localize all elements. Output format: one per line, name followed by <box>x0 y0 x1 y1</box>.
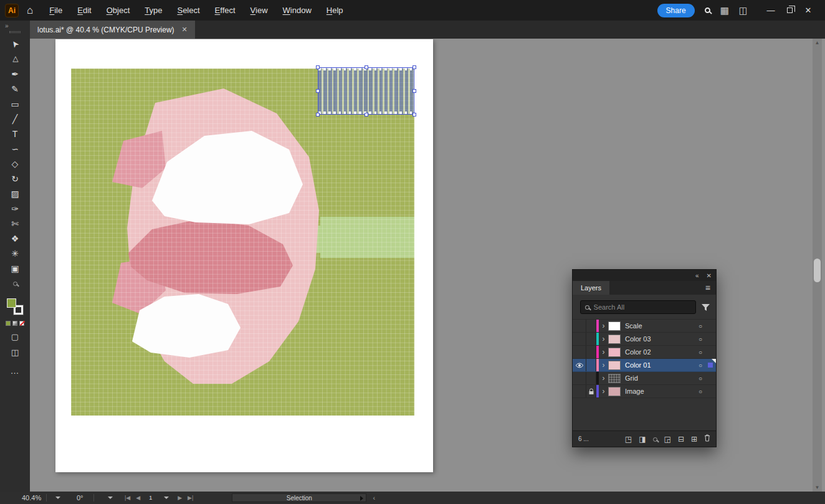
fill-swatch[interactable] <box>7 298 16 308</box>
layer-row-scale[interactable]: › Scale ○ <box>573 320 716 333</box>
direct-selection-tool[interactable]: ▷ <box>4 52 26 67</box>
visibility-toggle[interactable] <box>573 333 586 345</box>
layers-search-field[interactable] <box>580 300 696 314</box>
rotate-tool[interactable]: ↻ <box>4 171 26 186</box>
chevron-right-icon[interactable]: › <box>599 374 608 383</box>
collect-for-export-icon[interactable]: ◳ <box>625 435 632 444</box>
target-circle-icon[interactable]: ○ <box>694 388 707 395</box>
layer-thumbnail[interactable] <box>608 387 621 396</box>
blend-tool[interactable]: ❖ <box>4 231 26 246</box>
line-segment-tool[interactable]: ╱ <box>4 112 26 126</box>
target-circle-icon[interactable]: ○ <box>694 336 707 343</box>
chevron-right-icon[interactable]: › <box>599 321 608 330</box>
close-button[interactable]: ✕ <box>799 0 818 21</box>
target-circle-icon[interactable]: ○ <box>694 349 707 356</box>
menu-select[interactable]: Select <box>169 0 207 21</box>
zoom-tool[interactable] <box>4 276 26 291</box>
gradient-mode-icon[interactable] <box>12 321 17 326</box>
lock-toggle[interactable] <box>586 372 596 384</box>
lock-toggle[interactable] <box>586 333 596 345</box>
toolbar-grip[interactable] <box>9 31 21 33</box>
layer-row-color-01[interactable]: › Color 01 ○ <box>573 359 716 372</box>
menu-edit[interactable]: Edit <box>70 0 98 21</box>
color-mode-icon[interactable] <box>6 321 11 326</box>
layer-row-image[interactable]: › Image ○ <box>573 385 716 398</box>
rotation-select[interactable]: 0° <box>74 493 116 503</box>
zoom-level-select[interactable]: 40.4% <box>19 493 64 503</box>
screen-mode-icon[interactable]: ◫ <box>11 348 19 357</box>
status-back-chevron[interactable]: ‹ <box>373 494 375 502</box>
menu-help[interactable]: Help <box>319 0 351 21</box>
first-artboard-button[interactable]: |◀ <box>125 495 130 501</box>
toolbar-more-icon[interactable]: … <box>11 366 20 376</box>
menu-view[interactable]: View <box>243 0 275 21</box>
vertical-scrollbar-thumb[interactable] <box>814 259 821 282</box>
chevron-right-icon[interactable]: › <box>599 361 608 369</box>
none-mode-icon[interactable] <box>19 321 24 326</box>
panel-menu-icon[interactable]: ≡ <box>705 281 710 295</box>
menu-file[interactable]: File <box>42 0 70 21</box>
artboard-number-select[interactable]: 1 <box>146 493 172 503</box>
search-icon[interactable] <box>705 7 710 13</box>
new-layer-icon[interactable]: ⊞ <box>691 435 697 444</box>
selection-handle-se[interactable] <box>412 113 416 116</box>
selection-handle-s[interactable] <box>365 113 368 116</box>
visibility-toggle[interactable] <box>573 320 586 332</box>
share-button[interactable]: Share <box>657 4 695 17</box>
filter-icon[interactable] <box>702 304 710 311</box>
selection-handle-w[interactable] <box>316 89 320 93</box>
layer-thumbnail[interactable] <box>608 374 621 383</box>
panel-collapse-icon[interactable]: « <box>695 272 699 279</box>
tab-close-icon[interactable]: ✕ <box>182 26 188 34</box>
selection-handle-n[interactable] <box>365 65 368 69</box>
pen-tool[interactable]: ✒ <box>4 67 26 82</box>
layer-name[interactable]: Color 02 <box>625 348 651 356</box>
menu-window[interactable]: Window <box>275 0 319 21</box>
layer-row-grid[interactable]: › Grid ○ <box>573 372 716 385</box>
layer-thumbnail[interactable] <box>608 321 621 331</box>
scroll-down-icon[interactable]: ▼ <box>813 485 822 490</box>
scissors-tool[interactable]: ✄ <box>4 216 26 231</box>
layer-name[interactable]: Grid <box>625 374 638 382</box>
type-tool[interactable]: T <box>4 126 26 141</box>
chevron-right-icon[interactable]: › <box>599 387 608 396</box>
home-icon[interactable]: ⌂ <box>27 4 33 17</box>
enter-isolation-icon[interactable]: ◲ <box>664 435 671 444</box>
scroll-up-icon[interactable]: ▲ <box>813 40 822 45</box>
selection-handle-ne[interactable] <box>412 65 416 69</box>
restore-button[interactable] <box>780 0 799 21</box>
menu-effect[interactable]: Effect <box>207 0 243 21</box>
status-popup-icon[interactable] <box>360 496 363 501</box>
target-circle-icon[interactable]: ○ <box>694 362 707 369</box>
chevron-right-icon[interactable]: › <box>599 335 608 343</box>
layer-name[interactable]: Color 01 <box>625 361 651 369</box>
minimize-button[interactable]: — <box>761 0 780 21</box>
prev-artboard-button[interactable]: ◀ <box>136 495 140 501</box>
lock-toggle[interactable] <box>586 346 596 358</box>
gradient-tool[interactable]: ▨ <box>4 186 26 201</box>
lock-toggle[interactable] <box>586 320 596 332</box>
selection-tool[interactable]: ➤ <box>4 37 26 52</box>
canvas-area[interactable]: ▲ ▼ « ✕ Layers ≡ <box>30 39 825 492</box>
next-artboard-button[interactable]: ▶ <box>178 495 182 501</box>
layer-name[interactable]: Color 03 <box>625 335 651 343</box>
visibility-toggle[interactable] <box>573 385 586 397</box>
layer-thumbnail[interactable] <box>608 335 621 344</box>
last-artboard-button[interactable]: ▶| <box>188 495 193 501</box>
rectangle-tool[interactable]: ▭ <box>4 97 26 112</box>
symbol-sprayer-tool[interactable]: ✳ <box>4 246 26 261</box>
lock-toggle[interactable] <box>586 359 596 371</box>
artboard-tool[interactable]: ▣ <box>4 261 26 276</box>
menu-type[interactable]: Type <box>137 0 169 21</box>
toolbar-expand-icon[interactable]: » <box>5 22 9 29</box>
delete-layer-icon[interactable] <box>704 434 710 444</box>
selection-bounding-box[interactable] <box>318 67 414 115</box>
visibility-toggle[interactable] <box>573 359 586 371</box>
target-circle-icon[interactable]: ○ <box>694 323 707 330</box>
target-circle-icon[interactable]: ○ <box>694 375 707 382</box>
selection-handle-nw[interactable] <box>316 65 320 69</box>
panel-layout-icon[interactable]: ◫ <box>739 5 748 16</box>
arc-tool[interactable]: ∽ <box>4 141 26 156</box>
lock-toggle[interactable] <box>586 385 596 397</box>
selection-handle-e[interactable] <box>412 89 416 93</box>
